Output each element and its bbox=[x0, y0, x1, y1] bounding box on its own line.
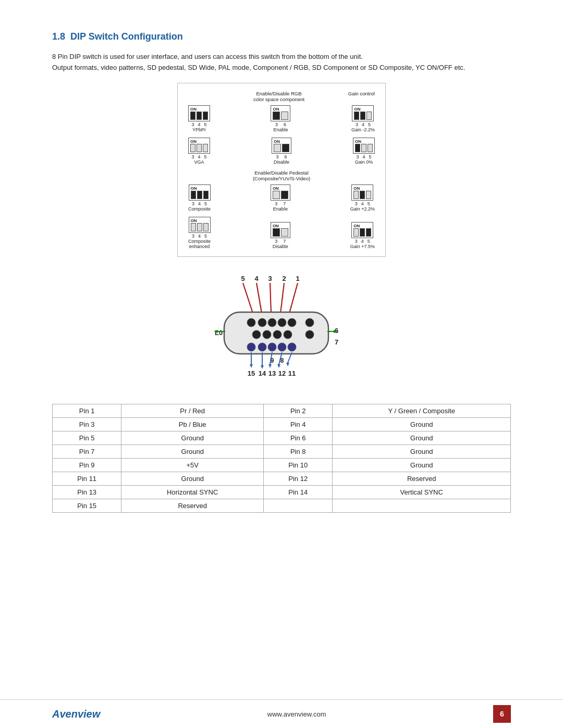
svg-text:1: 1 bbox=[296, 275, 299, 282]
pin9-value: +5V bbox=[121, 458, 264, 472]
svg-text:15: 15 bbox=[248, 369, 255, 377]
dip-label-gain-control: Gain control bbox=[328, 91, 375, 102]
footer-page-number: 6 bbox=[493, 705, 511, 723]
svg-point-18 bbox=[247, 318, 255, 327]
pin7-label: Pin 7 bbox=[53, 445, 121, 458]
dip-gain-0: ON 345 Gain 0% bbox=[353, 138, 375, 165]
svg-point-19 bbox=[258, 318, 266, 327]
section-number: 1.8 bbox=[52, 31, 65, 42]
svg-point-32 bbox=[278, 343, 286, 351]
svg-text:14: 14 bbox=[259, 369, 266, 377]
svg-point-20 bbox=[268, 318, 276, 327]
page: 1.8 DIP Switch Configuration 8 Pin DIP s… bbox=[0, 0, 563, 728]
svg-point-30 bbox=[258, 343, 266, 351]
svg-marker-35 bbox=[250, 364, 253, 368]
table-row: Pin 7 Ground Pin 8 Ground bbox=[53, 445, 511, 458]
svg-text:3: 3 bbox=[268, 275, 272, 282]
svg-marker-41 bbox=[277, 364, 280, 368]
dip-gain-neg22: ON 345 Gain -2.2% bbox=[351, 105, 375, 132]
pin13-label: Pin 13 bbox=[53, 485, 121, 499]
svg-point-28 bbox=[305, 330, 314, 339]
svg-text:8: 8 bbox=[280, 357, 284, 364]
svg-point-33 bbox=[288, 343, 296, 351]
dip-label-enable-disable-pedestal: Enable/Disable Pedestal(Composite/YUV/S-… bbox=[188, 170, 375, 181]
footer: Avenview www.avenview.com 6 bbox=[0, 699, 563, 728]
dip-gain-pos22: ON 345 Gain +2.2% bbox=[350, 184, 375, 212]
svg-point-26 bbox=[273, 330, 282, 339]
pin10-value: Ground bbox=[333, 458, 511, 472]
svg-line-9 bbox=[289, 283, 298, 313]
footer-url: www.avenview.com bbox=[267, 710, 326, 718]
svg-point-24 bbox=[252, 330, 261, 339]
pin2-value: Y / Green / Composite bbox=[333, 404, 511, 417]
table-row: Pin 13 Horizontal SYNC Pin 14 Vertical S… bbox=[53, 485, 511, 499]
dip-gain-pos75: ON 345 Gain +7.5% bbox=[350, 222, 375, 249]
pin12-value: Reserved bbox=[333, 472, 511, 485]
svg-point-22 bbox=[288, 318, 296, 327]
dip-enable-2: ON 37 Enable bbox=[271, 184, 290, 212]
pin13-value: Horizontal SYNC bbox=[121, 485, 264, 499]
connector-svg: 5 4 3 2 1 L0 6 7 bbox=[193, 272, 370, 391]
svg-line-6 bbox=[256, 283, 262, 313]
dip-ypbpr: ON 345 YPbPr bbox=[188, 105, 210, 132]
svg-point-23 bbox=[305, 318, 314, 327]
dip-vga: ON 345 VGA bbox=[188, 138, 210, 165]
pin2-label: Pin 2 bbox=[264, 404, 333, 417]
svg-text:12: 12 bbox=[278, 369, 286, 377]
dip-diagram-container: Enable/Disable RGBcolor space component … bbox=[52, 83, 511, 257]
table-row: Pin 11 Ground Pin 12 Reserved bbox=[53, 472, 511, 485]
connector-diagram: 5 4 3 2 1 L0 6 7 bbox=[52, 272, 511, 391]
pin6-label: Pin 6 bbox=[264, 431, 333, 445]
pin3-label: Pin 3 bbox=[53, 417, 121, 431]
pin-empty-2 bbox=[333, 499, 511, 512]
section-title: DIP Switch Configuration bbox=[70, 31, 183, 42]
pin3-value: Pb / Blue bbox=[121, 417, 264, 431]
dip-disable-1: ON 36 Disable bbox=[272, 138, 291, 165]
svg-point-25 bbox=[263, 330, 271, 339]
pin11-value: Ground bbox=[121, 472, 264, 485]
pin15-label: Pin 15 bbox=[53, 499, 121, 512]
pin7-value: Ground bbox=[121, 445, 264, 458]
pin14-value: Vertical SYNC bbox=[333, 485, 511, 499]
table-row: Pin 9 +5V Pin 10 Ground bbox=[53, 458, 511, 472]
svg-text:4: 4 bbox=[254, 275, 259, 282]
pin11-label: Pin 11 bbox=[53, 472, 121, 485]
pin10-label: Pin 10 bbox=[264, 458, 333, 472]
company-logo: Avenview bbox=[52, 708, 100, 720]
svg-point-27 bbox=[284, 330, 292, 339]
svg-text:5: 5 bbox=[241, 275, 244, 282]
svg-text:11: 11 bbox=[288, 369, 296, 377]
svg-point-31 bbox=[268, 343, 276, 351]
dip-composite-enhanced: ON 345 Compositeenhanced bbox=[188, 217, 211, 249]
logo-text: Avenview bbox=[52, 708, 100, 720]
svg-line-8 bbox=[280, 283, 284, 313]
pin4-value: Ground bbox=[333, 417, 511, 431]
pin-empty-1 bbox=[264, 499, 333, 512]
svg-point-21 bbox=[278, 318, 286, 327]
svg-text:7: 7 bbox=[335, 338, 338, 346]
dip-composite: ON 345 Composite bbox=[188, 184, 211, 212]
table-row: Pin 5 Ground Pin 6 Ground bbox=[53, 431, 511, 445]
pin12-label: Pin 12 bbox=[264, 472, 333, 485]
pin8-label: Pin 8 bbox=[264, 445, 333, 458]
svg-text:2: 2 bbox=[282, 275, 286, 282]
pin-table: Pin 1 Pr / Red Pin 2 Y / Green / Composi… bbox=[52, 404, 511, 513]
pin5-label: Pin 5 bbox=[53, 431, 121, 445]
svg-text:L0: L0 bbox=[215, 329, 223, 337]
pin1-value: Pr / Red bbox=[121, 404, 264, 417]
svg-line-5 bbox=[243, 283, 253, 313]
pin6-value: Ground bbox=[333, 431, 511, 445]
svg-point-29 bbox=[247, 343, 255, 351]
pin1-label: Pin 1 bbox=[53, 404, 121, 417]
pin4-label: Pin 4 bbox=[264, 417, 333, 431]
dip-label-enable-disable: Enable/Disable RGBcolor space component bbox=[253, 91, 304, 102]
dip-disable-2: ON 37 Disable bbox=[271, 222, 290, 249]
pin8-value: Ground bbox=[333, 445, 511, 458]
svg-text:13: 13 bbox=[268, 369, 276, 377]
pin15-value: Reserved bbox=[121, 499, 264, 512]
pin5-value: Ground bbox=[121, 431, 264, 445]
pin14-label: Pin 14 bbox=[264, 485, 333, 499]
svg-line-7 bbox=[270, 283, 271, 313]
pin9-label: Pin 9 bbox=[53, 458, 121, 472]
svg-text:9: 9 bbox=[271, 357, 274, 364]
